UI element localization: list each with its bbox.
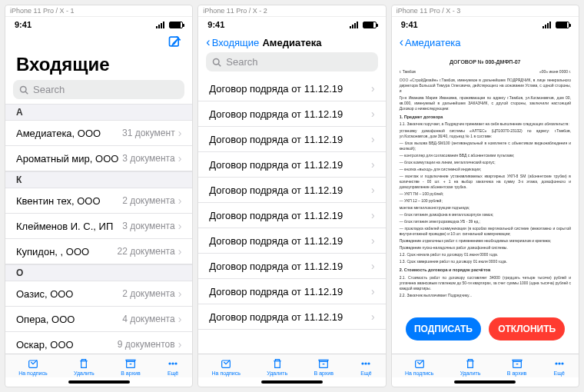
list-item[interactable]: Договор подряда от 11.12.19› xyxy=(198,254,385,279)
list-item[interactable]: Ароматный мир, ООО3 документа› xyxy=(5,146,192,171)
svg-rect-14 xyxy=(513,361,521,367)
nav-bar: ‹ Амедиатека xyxy=(392,31,579,52)
chevron-left-icon: ‹ xyxy=(206,36,210,48)
svg-point-4 xyxy=(169,363,171,364)
toolbar: На подписьУдалитьВ архивЕщё xyxy=(198,354,385,377)
svg-point-1 xyxy=(21,86,27,92)
list-item[interactable]: Оазис, ООО2 документа› xyxy=(5,281,192,307)
list-item[interactable]: Квентин тех, ООО2 документа› xyxy=(5,188,192,214)
phone-frame-3: iPhone 11 Pro / X - 3 9:41 ‹ Амедиатека … xyxy=(391,5,579,387)
list-item[interactable]: Договор подряда от 11.12.19› xyxy=(198,152,385,178)
nav-bar xyxy=(5,31,192,52)
section-header: А xyxy=(5,104,192,121)
status-bar: 9:41 xyxy=(392,17,579,31)
document-title: ДОГОВОР № 000-ДМФП-07 xyxy=(400,58,571,66)
search-icon xyxy=(212,58,221,67)
svg-point-15 xyxy=(556,363,557,364)
page-title: Входящие xyxy=(5,52,192,80)
chevron-right-icon: › xyxy=(371,209,375,221)
chevron-right-icon: › xyxy=(178,313,182,325)
chevron-right-icon: › xyxy=(371,311,375,323)
toolbar: На подписьУдалитьВ архивЕщё xyxy=(392,354,579,377)
toolbar-item[interactable]: Ещё xyxy=(553,357,566,376)
list-item[interactable]: Договор подряда от 11.12.19› xyxy=(198,76,385,101)
svg-rect-9 xyxy=(320,361,328,367)
chevron-right-icon: › xyxy=(178,152,182,164)
svg-rect-3 xyxy=(127,361,135,367)
section-header: К xyxy=(5,171,192,188)
battery-icon xyxy=(556,22,569,28)
back-button[interactable]: ‹ Амедиатека xyxy=(400,36,461,48)
toolbar-item[interactable]: Удалить xyxy=(74,357,95,376)
chevron-right-icon: › xyxy=(178,287,182,300)
toolbar-item[interactable]: Ещё xyxy=(167,357,179,376)
toolbar-item[interactable]: Удалить xyxy=(267,357,287,376)
search-input[interactable]: Search xyxy=(206,52,377,71)
toolbar-item[interactable]: На подпись xyxy=(212,357,241,376)
toolbar-item[interactable]: В архив xyxy=(507,357,526,376)
home-indicator[interactable] xyxy=(68,380,130,384)
battery-icon xyxy=(363,22,377,28)
svg-point-17 xyxy=(562,363,563,364)
svg-point-16 xyxy=(559,363,560,364)
contacts-list[interactable]: ААмедиатека, ООО31 документ›Ароматный ми… xyxy=(5,104,192,354)
signal-icon xyxy=(156,22,164,28)
chevron-right-icon: › xyxy=(371,260,375,272)
list-item[interactable]: Договор подряда от 11.12.19› xyxy=(198,304,385,330)
status-time: 9:41 xyxy=(207,20,224,29)
documents-list[interactable]: Договор подряда от 11.12.19›Договор подр… xyxy=(198,76,385,354)
chevron-right-icon: › xyxy=(371,234,375,247)
chevron-right-icon: › xyxy=(371,133,375,145)
compose-icon[interactable] xyxy=(168,34,183,49)
chevron-right-icon: › xyxy=(371,108,375,120)
chevron-right-icon: › xyxy=(178,127,182,139)
document-viewer[interactable]: ДОГОВОР № 000-ДМФП-07 г. Тамбов «00» июн… xyxy=(392,52,579,354)
status-time: 9:41 xyxy=(15,20,32,29)
list-item[interactable]: Клейменов И. С., ИП3 документа› xyxy=(5,214,192,239)
status-bar: 9:41 xyxy=(5,17,192,31)
action-bar: ПОДПИСАТЬ ОТКЛОНИТЬ xyxy=(392,317,579,341)
section-header: О xyxy=(5,264,192,281)
chevron-right-icon: › xyxy=(371,285,375,297)
status-time: 9:41 xyxy=(401,20,418,29)
list-item[interactable]: Договор подряда от 11.12.19› xyxy=(198,228,385,254)
toolbar-item[interactable]: Удалить xyxy=(460,357,481,376)
chevron-right-icon: › xyxy=(178,220,182,232)
list-item[interactable]: Опера, ООО4 документа› xyxy=(5,307,192,332)
list-item[interactable]: Амедиатека, ООО31 документ› xyxy=(5,121,192,146)
list-item[interactable]: Купидон, , ООО22 документа› xyxy=(5,239,192,264)
list-item[interactable]: Договор подряда от 11.12.19› xyxy=(198,279,385,304)
list-item[interactable]: Оскар, ООО9 документов› xyxy=(5,332,192,354)
home-indicator[interactable] xyxy=(261,380,323,384)
svg-point-11 xyxy=(365,363,367,364)
chevron-right-icon: › xyxy=(178,194,182,207)
frame-label: iPhone 11 Pro / X - 1 xyxy=(5,5,192,17)
nav-bar: ‹ Входящие Амедиатека xyxy=(198,31,385,52)
frame-label: iPhone 11 Pro / X - 2 xyxy=(198,5,385,17)
toolbar-item[interactable]: На подпись xyxy=(18,357,47,376)
chevron-right-icon: › xyxy=(371,158,375,171)
search-icon xyxy=(19,85,28,95)
back-button[interactable]: ‹ Входящие xyxy=(206,36,259,48)
toolbar-item[interactable]: В архив xyxy=(314,357,333,376)
svg-point-7 xyxy=(214,58,220,65)
chevron-right-icon: › xyxy=(371,184,375,196)
toolbar-item[interactable]: В архив xyxy=(121,357,140,376)
search-input[interactable]: Search xyxy=(13,80,184,99)
chevron-right-icon: › xyxy=(371,82,375,95)
svg-point-5 xyxy=(172,363,174,364)
list-item[interactable]: Договор подряда от 11.12.19› xyxy=(198,127,385,152)
list-item[interactable]: Договор подряда от 11.12.19› xyxy=(198,178,385,203)
list-item[interactable]: Договор подряда от 11.12.19› xyxy=(198,101,385,127)
chevron-right-icon: › xyxy=(178,338,182,350)
list-item[interactable]: Договор подряда от 11.12.19› xyxy=(198,203,385,228)
sign-button[interactable]: ПОДПИСАТЬ xyxy=(406,317,482,341)
toolbar-item[interactable]: Ещё xyxy=(360,357,372,376)
chevron-right-icon: › xyxy=(178,245,182,257)
reject-button[interactable]: ОТКЛОНИТЬ xyxy=(489,317,565,341)
signal-icon xyxy=(350,22,358,28)
frame-label: iPhone 11 Pro / X - 3 xyxy=(392,5,579,17)
home-indicator[interactable] xyxy=(454,380,516,384)
chevron-left-icon: ‹ xyxy=(400,36,403,48)
toolbar-item[interactable]: На подпись xyxy=(405,357,433,376)
